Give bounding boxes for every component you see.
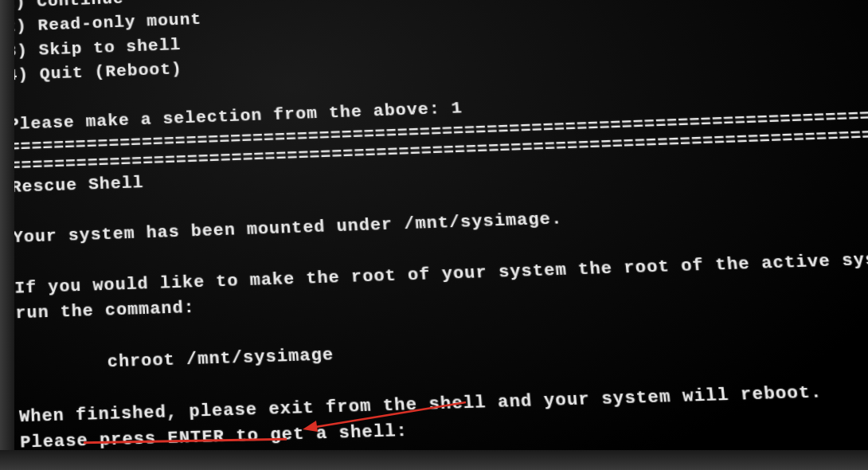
screen-bezel-bottom: [0, 450, 868, 470]
annotation-arrow-icon: [299, 394, 474, 442]
svg-marker-1: [303, 421, 318, 432]
selection-input-value[interactable]: 1: [451, 99, 463, 118]
screen-bezel-left: [0, 0, 14, 470]
svg-line-0: [311, 402, 466, 428]
